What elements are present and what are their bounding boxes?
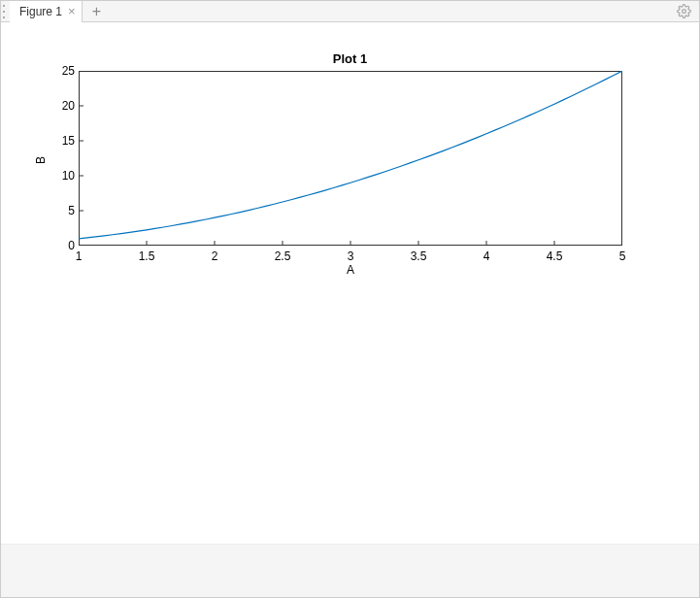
x-tick-label: 4.5 [540, 249, 569, 263]
drag-handle-icon[interactable] [3, 5, 10, 18]
y-tick-label: 5 [50, 204, 75, 217]
tab-bar: Figure 1 × + [1, 1, 699, 22]
x-tick-label: 1 [64, 249, 93, 263]
y-tick-label: 25 [50, 64, 75, 78]
y-axis-label: B [34, 156, 48, 164]
tab-label: Figure 1 [19, 5, 62, 18]
close-icon[interactable]: × [68, 5, 76, 17]
chart-title: Plot 1 [1, 51, 699, 66]
svg-rect-1 [80, 72, 622, 246]
x-tick-label: 3 [336, 249, 365, 263]
gear-icon[interactable] [677, 4, 691, 21]
figure-area: Plot 1 B A 0510152025 11.522.533.544.55 [1, 22, 699, 544]
x-tick-label: 3.5 [404, 249, 433, 263]
tab-figure-1[interactable]: Figure 1 × [10, 1, 83, 22]
y-tick-label: 20 [50, 99, 75, 113]
x-tick-label: 4 [472, 249, 501, 263]
status-bar [1, 544, 699, 597]
x-tick-label: 5 [608, 249, 637, 263]
x-tick-label: 2.5 [268, 249, 297, 263]
y-tick-label: 10 [50, 169, 75, 183]
y-tick-label: 15 [50, 134, 75, 148]
new-tab-button[interactable]: + [83, 4, 111, 19]
x-tick-label: 2 [200, 249, 229, 263]
svg-point-0 [683, 10, 686, 14]
x-tick-label: 1.5 [132, 249, 161, 263]
x-axis-label: A [79, 263, 622, 277]
plot-axes[interactable] [79, 71, 622, 246]
